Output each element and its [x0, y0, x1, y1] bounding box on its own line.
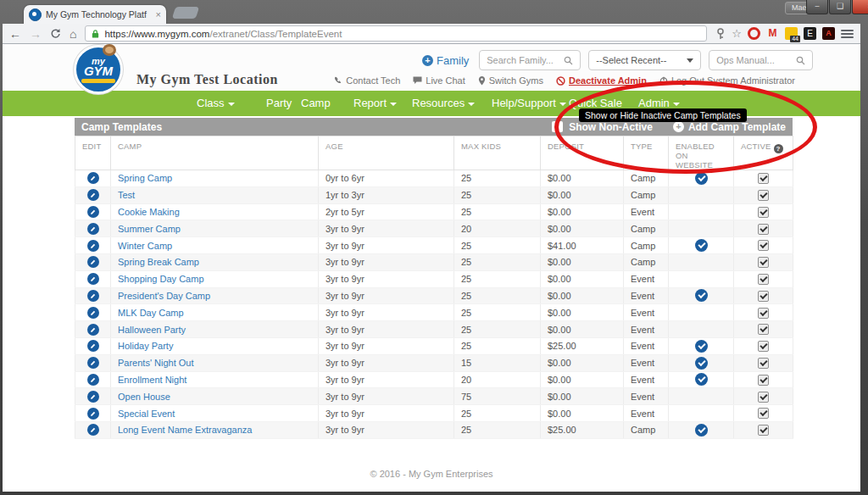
bookmark-star-icon[interactable]: ☆ [732, 27, 742, 40]
edit-button[interactable] [87, 340, 99, 352]
camp-name-link[interactable]: Enrollment Night [118, 375, 186, 385]
camp-name-link[interactable]: Winter Camp [118, 241, 172, 251]
url-path: /extranet/Class/TemplateEvent [209, 29, 342, 39]
extension-o-icon[interactable] [748, 27, 760, 40]
live-chat-link[interactable]: Live Chat [413, 75, 465, 86]
deposit-cell: $0.00 [541, 186, 624, 203]
edit-button[interactable] [87, 290, 99, 302]
active-checkbox[interactable] [758, 425, 769, 436]
chevron-down-icon [228, 103, 235, 106]
edit-button[interactable] [87, 256, 99, 268]
active-checkbox[interactable] [758, 224, 769, 235]
close-button[interactable]: × [852, 0, 868, 14]
camp-name-link[interactable]: Summer Camp [118, 224, 181, 234]
edit-button[interactable] [87, 374, 99, 386]
pin-key-icon[interactable] [715, 28, 726, 40]
active-checkbox[interactable] [758, 375, 769, 386]
nav-item-report[interactable]: Report [353, 91, 397, 116]
browser-menu-icon[interactable] [841, 30, 854, 38]
extension-e-icon[interactable]: E [804, 27, 816, 40]
extension-pdf-icon[interactable]: A [822, 27, 835, 40]
maximize-button[interactable]: ❑ [829, 0, 851, 14]
deposit-cell: $25.00 [541, 337, 624, 354]
camp-name-link[interactable]: Shopping Day Camp [118, 274, 204, 284]
table-row: Open House 3yr to 9yr 75 $0.00 Event [75, 388, 793, 405]
edit-button[interactable] [87, 391, 99, 403]
no-entry-icon [556, 76, 565, 86]
add-family-link[interactable]: + Family [422, 54, 469, 67]
new-tab-button[interactable] [172, 7, 200, 19]
edit-button[interactable] [87, 223, 99, 235]
nav-item-resources[interactable]: Resources [412, 91, 475, 116]
tab-close-icon[interactable]: × [156, 9, 161, 19]
edit-button[interactable] [87, 324, 99, 336]
help-icon[interactable]: ? [774, 144, 783, 153]
enabled-check-icon [695, 239, 708, 252]
camp-name-link[interactable]: Test [118, 190, 135, 200]
home-button[interactable]: ⌂ [70, 25, 76, 43]
type-cell: Camp [624, 253, 669, 270]
camp-name-link[interactable]: Open House [118, 392, 170, 402]
edit-button[interactable] [87, 408, 99, 420]
active-checkbox[interactable] [758, 173, 769, 184]
edit-button[interactable] [87, 357, 99, 369]
edit-button[interactable] [87, 240, 99, 252]
active-checkbox[interactable] [758, 308, 769, 319]
search-family-input[interactable]: Search Family... [479, 50, 581, 70]
add-camp-template-button[interactable]: + Add Camp Template [673, 121, 786, 133]
camp-name-link[interactable]: Parents' Night Out [118, 358, 194, 368]
nav-item-class[interactable]: Class [197, 91, 235, 116]
active-checkbox[interactable] [758, 240, 769, 251]
edit-button[interactable] [87, 307, 99, 319]
forward-button: → [30, 25, 42, 43]
browser-tab[interactable]: My Gym Technology Platf × [24, 5, 166, 24]
camp-name-link[interactable]: Spring Break Camp [118, 257, 199, 267]
ops-manual-input[interactable]: Ops Manual... [709, 50, 813, 70]
type-cell: Camp [624, 237, 669, 254]
active-checkbox[interactable] [758, 257, 769, 268]
active-checkbox[interactable] [758, 408, 769, 419]
camp-name-link[interactable]: President's Day Camp [118, 291, 210, 301]
nav-item-camp[interactable]: Camp [301, 91, 331, 116]
pencil-icon [90, 326, 97, 333]
logout-link[interactable]: Log Out System Administrator [659, 75, 795, 86]
extension-gmail-icon[interactable]: M [766, 27, 779, 40]
edit-button[interactable] [87, 206, 99, 218]
enabled-check-icon [695, 357, 708, 370]
active-checkbox[interactable] [758, 207, 769, 218]
edit-button[interactable] [87, 424, 99, 436]
show-non-active-checkbox[interactable] [552, 121, 563, 132]
active-checkbox[interactable] [758, 274, 769, 285]
camp-name-link[interactable]: Long Event Name Extravaganza [118, 425, 252, 435]
camp-name-link[interactable]: Halloween Party [118, 325, 186, 335]
extension-puzzle-icon[interactable]: 44 [785, 27, 798, 40]
camp-name-link[interactable]: MLK Day Camp [118, 308, 184, 318]
back-button[interactable]: ← [9, 25, 21, 43]
edit-button[interactable] [87, 189, 99, 201]
nav-item-help-support[interactable]: Help/Support [492, 91, 566, 116]
active-checkbox[interactable] [758, 341, 769, 352]
active-checkbox[interactable] [758, 324, 769, 335]
camp-name-link[interactable]: Holiday Party [118, 341, 173, 351]
active-checkbox[interactable] [758, 190, 769, 201]
deposit-cell: $0.00 [541, 304, 624, 321]
url-bar[interactable]: https://www.mygym.com/extranet/Class/Tem… [85, 25, 707, 42]
active-checkbox[interactable] [758, 358, 769, 369]
nav-item-party[interactable]: Party [266, 91, 292, 116]
select-recent-dropdown[interactable]: --Select Recent-- [588, 50, 701, 70]
pencil-icon [90, 342, 97, 349]
edit-button[interactable] [87, 172, 99, 184]
camp-name-link[interactable]: Spring Camp [118, 173, 172, 183]
deactivate-admin-link[interactable]: Deactivate Admin [556, 75, 647, 86]
active-checkbox[interactable] [758, 392, 769, 403]
active-checkbox[interactable] [758, 291, 769, 302]
edit-button[interactable] [87, 273, 99, 285]
minimize-button[interactable]: – [806, 0, 828, 14]
contact-tech-link[interactable]: Contact Tech [334, 75, 400, 86]
switch-gyms-link[interactable]: Switch Gyms [478, 75, 543, 86]
reload-button[interactable] [50, 28, 61, 39]
camp-name-link[interactable]: Special Event [118, 409, 175, 419]
age-cell: 3yr to 9yr [319, 337, 454, 354]
camp-name-link[interactable]: Cookie Making [118, 207, 180, 217]
show-non-active-toggle[interactable]: Show Non-Active [552, 121, 653, 133]
